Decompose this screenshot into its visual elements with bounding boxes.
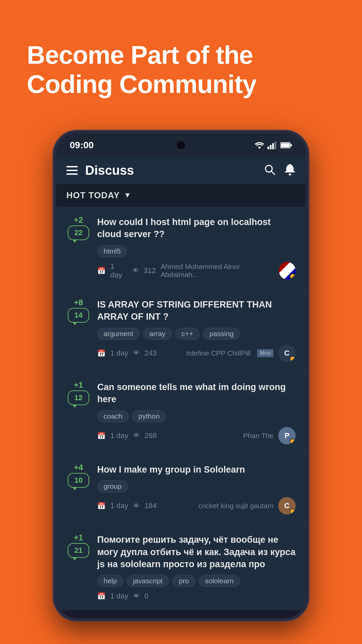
vote-score: +8 [74,299,83,307]
item-meta: 📅 1 day 👁 184 cricket king sujit gautam … [97,497,296,515]
comment-bubble: 12 [68,390,89,405]
eye-icon: 👁 [133,502,140,510]
status-time: 09:00 [70,140,94,151]
svg-point-9 [289,173,291,175]
item-views: 243 [144,349,157,358]
hamburger-menu[interactable] [66,166,78,175]
list-item[interactable]: +2 22 How could I host html page on loca… [56,207,306,289]
item-views: 184 [144,501,157,510]
vote-block: +1 21 [66,534,90,558]
search-icon[interactable] [263,163,276,178]
avatar-badge [290,508,296,515]
tag: help [97,575,123,587]
tags: coachpython [97,410,296,422]
comment-count: 12 [74,393,82,402]
avatar: P [278,427,296,444]
comment-bubble: 10 [68,473,89,488]
comment-bubble: 14 [68,308,89,323]
svg-point-7 [265,165,272,172]
header-right [263,163,296,178]
avatar: C [278,497,296,515]
eye-icon: 👁 [133,349,140,357]
svg-rect-0 [267,147,269,149]
list-item[interactable]: +1 12 Can someone tells me what im doing… [56,372,306,454]
vote-score: +1 [74,534,83,542]
tag: sololearn [199,575,240,587]
item-time: 1 day [110,431,128,440]
tags: group [97,480,296,492]
app-title: Discuss [85,163,134,178]
tag: pro [172,575,195,587]
status-bar: 09:00 [56,133,306,157]
item-user: cricket king sujit gautam [198,502,274,510]
tag: coach [97,410,129,422]
tag: array [143,328,172,340]
hero-title: Become Part of the Coding Community [27,40,335,99]
item-title: How could I host html page on localhost … [97,216,296,240]
avatar [279,262,296,279]
calendar-icon: 📅 [97,349,106,357]
vote-block: +4 10 [66,464,90,488]
avatar-badge [290,438,296,444]
svg-rect-6 [281,143,290,147]
item-views: 0 [144,592,148,600]
battery-icon [280,142,292,149]
item-user: Phan The [243,432,274,440]
comment-count: 10 [74,476,82,485]
item-time: 1 day [110,592,128,600]
item-content: How could I host html page on localhost … [97,216,296,279]
tag: passing [203,328,240,340]
item-title: Помогите решить задачу, чёт вообще не мо… [97,534,296,570]
tags: html5 [97,245,296,257]
avatar: C [278,344,296,362]
filter-label: HOT TODAY [66,190,120,201]
comment-bubble: 22 [68,225,89,240]
item-meta: 📅 1 day 👁 0 [97,592,296,600]
item-time: 1 day [110,501,128,510]
discussions-list: +2 22 How could I host html page on loca… [56,207,306,610]
tags: helpjavascriptprosololearn [97,575,296,587]
tags: argumentarrayc++passing [97,328,296,340]
list-item[interactable]: +1 21 Помогите решить задачу, чёт вообще… [56,524,306,610]
item-title: How I make my group in Sololearn [97,464,296,476]
avatar-badge [290,356,296,362]
item-content: How I make my group in Sololearn group 📅… [97,464,296,515]
bell-icon[interactable] [284,163,296,178]
item-user: #define CPP ChillPill [186,349,250,357]
signal-icon [267,141,278,149]
app-header: Discuss [56,157,306,184]
vote-score: +1 [74,381,83,389]
tag: argument [97,328,140,340]
tag: python [132,410,166,422]
item-time: 1 day [110,262,128,279]
list-item[interactable]: +8 14 IS ARRAY OF STRING DIFFERENT THAN … [56,289,306,372]
camera-notch [176,141,186,150]
calendar-icon: 📅 [97,592,106,600]
tag: c++ [175,328,200,340]
comment-bubble: 21 [68,543,89,558]
comment-count: 21 [74,546,82,555]
item-views: 312 [144,266,156,275]
item-time: 1 day [110,349,128,358]
item-meta: 📅 1 day 👁 243 #define CPP ChillPillMod C [97,344,296,362]
filter-bar[interactable]: HOT TODAY ▼ [56,184,306,207]
vote-score: +2 [74,216,83,224]
tag: group [97,480,128,492]
header-left: Discuss [66,163,134,178]
item-content: Can someone tells me what im doing wrong… [97,381,296,444]
phone-screen: 09:00 [54,131,308,621]
calendar-icon: 📅 [97,502,106,510]
svg-rect-2 [272,143,274,149]
vote-block: +8 14 [66,299,90,323]
filter-arrow-icon: ▼ [124,191,131,200]
item-meta: 📅 1 day 👁 312 Ahmed Mohammed Alnor Abdal… [97,262,296,279]
svg-rect-1 [270,145,272,149]
svg-rect-5 [291,144,292,146]
wifi-icon [254,141,265,149]
item-user: Ahmed Mohammed Alnor Abdalmah... [161,263,274,279]
list-item[interactable]: +4 10 How I make my group in Sololearn g… [56,454,306,524]
eye-icon: 👁 [133,432,140,439]
comment-count: 14 [74,311,82,320]
vote-block: +2 22 [66,216,90,240]
item-meta: 📅 1 day 👁 268 Phan The P [97,427,296,444]
